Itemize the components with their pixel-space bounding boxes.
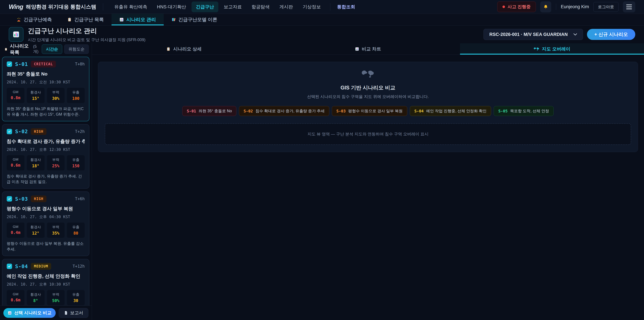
nav-item-reports[interactable]: 보고자료 — [219, 2, 246, 12]
tab-map-overlay[interactable]: 지도 오버레이 — [460, 43, 644, 55]
tab-rescue-forecast[interactable]: 긴급구난예측 — [9, 14, 60, 25]
logo: Wing — [9, 3, 23, 11]
scenario-checkbox[interactable] — [7, 61, 12, 67]
scenario-title: 침수 확대로 경사 증가, 유출량 증가 추세 — [7, 138, 85, 145]
scenario-title: 예인 작업 진행중, 선체 안정화 확인 — [7, 273, 85, 279]
page-title: 긴급구난 시나리오 관리 — [28, 26, 146, 36]
scenario-list: S-01 CRITICAL T+0h 좌현 35° 충돌로 No 2024. 1… — [0, 55, 92, 305]
chip-s05[interactable]: S-05 목포항 도착, 선체 안정 — [494, 106, 554, 116]
case-select-value: RSC-2026-001 · M/V SEA GUARDIAN — [489, 32, 568, 37]
tab-scenario-management[interactable]: 시나리오 관리 — [112, 14, 164, 25]
metric-gm: GM0.4m — [7, 222, 24, 238]
new-scenario-button[interactable]: + 신규 시나리오 — [587, 29, 635, 40]
tab-label: 긴급구난모델 이론 — [178, 17, 217, 23]
logout-button[interactable]: 로그아웃 — [593, 2, 618, 12]
books-icon — [172, 17, 176, 22]
scenario-id: S-02 — [15, 129, 28, 134]
world-map-icon — [362, 74, 374, 79]
chip-s01[interactable]: S-01 좌현 35° 충돌로 No — [182, 106, 236, 116]
metric-spill: 유출150 — [67, 155, 85, 170]
scenario-datetime: 2024. 10. 27. 오전 10:30 KST — [7, 80, 85, 85]
metric-gm: GM0.6m — [7, 155, 24, 170]
chip-s02[interactable]: S-02 침수 확대로 경사 증가, 유출량 증가 추세 — [239, 106, 329, 116]
bar-chart-icon — [12, 31, 20, 38]
incident-dot-icon — [502, 6, 505, 8]
gis-title: GIS 기반 시나리오 비교 — [105, 84, 631, 91]
sort-by-time-button[interactable]: 시간순 — [42, 45, 62, 54]
chip-id: S-01 — [187, 109, 196, 113]
incident-label: 사고 진행중 — [508, 4, 531, 10]
scenario-description: 좌현 35° 충돌로 No.1P 화물탱크 파공, 벙커C유 유출 개시. 좌현… — [7, 106, 85, 117]
check-icon — [8, 197, 11, 200]
clipboard-icon — [67, 17, 72, 22]
nav-item-board[interactable]: 게시판 — [275, 2, 297, 12]
metric-gm: GM0.6m — [7, 290, 24, 305]
bar-chart-icon — [8, 311, 12, 315]
scenario-count: (5개) — [33, 44, 40, 54]
time-offset: T+0h — [75, 62, 85, 67]
bell-icon — [543, 4, 548, 10]
sidebar-footer: 선택 시나리오 비교 보고서 — [0, 305, 92, 320]
severity-badge: CRITICAL — [31, 61, 56, 68]
chip-s04[interactable]: S-04 예인 작업 진행중, 선체 안정화 확인 — [410, 106, 491, 116]
top-nav: Wing 해양환경 위기대응 통합시스템 유출유 확산예측 HNS·대기확산 긴… — [0, 0, 644, 14]
divider — [103, 3, 103, 11]
chevron-down-icon — [574, 33, 577, 36]
scenario-card-s03[interactable]: S-03 HIGH T+6h 평형수 이동으로 경사 일부 복원 2024. 1… — [2, 191, 90, 256]
case-select-dropdown[interactable]: RSC-2026-001 · M/V SEA GUARDIAN — [484, 29, 583, 40]
nav-right: 사고 진행중 Eunjeong Kim 로그아웃 — [497, 1, 635, 13]
tab-rescue-model-theory[interactable]: 긴급구난모델 이론 — [164, 14, 225, 25]
module-tab-bar: 긴급구난예측 긴급구난 목록 시나리오 관리 긴급구난모델 이론 — [0, 14, 644, 26]
nav-item-rescue[interactable]: 긴급구난 — [192, 2, 218, 12]
nav-item-oil-spill[interactable]: 유출유 확산예측 — [110, 2, 152, 12]
scenario-id: S-04 — [15, 263, 28, 269]
metric-grid: GM0.4m 횡경사12° 부력35% 유출80 — [7, 222, 85, 238]
menu-button[interactable] — [623, 1, 635, 13]
page-icon — [9, 27, 24, 42]
scenario-title: 좌현 35° 충돌로 No — [7, 71, 85, 77]
siren-icon — [16, 17, 21, 22]
bar-chart-icon — [355, 47, 359, 51]
scenario-sidebar: 시나리오 목록 (5개) 시간순 위험도순 S-01 CRITICAL T+0h… — [0, 43, 92, 320]
main-menu: 유출유 확산예측 HNS·대기확산 긴급구난 보고자료 항공탐색 게시판 기상정… — [110, 2, 357, 12]
scenario-datetime: 2024. 10. 27. 오후 12:30 KST — [7, 147, 85, 152]
nav-item-aerial-search[interactable]: 항공탐색 — [247, 2, 274, 12]
metric-spill: 유출100 — [67, 88, 85, 103]
page-header: 긴급구난 시나리오 관리 시간 단계별 시나리오 비교·검토 및 구난 의사결정… — [0, 26, 644, 43]
scenario-card-s04[interactable]: S-04 MEDIUM T+12h 예인 작업 진행중, 선체 안정화 확인 2… — [2, 259, 90, 305]
tab-label: 시나리오 상세 — [173, 46, 202, 52]
map-placeholder-text: 지도 뷰 영역 — 구난 분석 지도와 연동하여 침수 구역 오버레이 표시 — [308, 131, 428, 137]
chip-label: 목포항 도착, 선체 안정 — [510, 108, 549, 114]
report-button[interactable]: 보고서 — [59, 308, 88, 318]
bar-chart-icon — [119, 17, 124, 22]
tab-label: 긴급구난예측 — [24, 17, 52, 23]
nav-item-hns[interactable]: HNS·대기확산 — [152, 2, 190, 12]
chip-s03[interactable]: S-03 평형수 이동으로 경사 일부 복원 — [332, 106, 407, 116]
metric-grid: GM0.6m 횡경사18° 부력25% 유출150 — [7, 155, 85, 170]
tab-rescue-list[interactable]: 긴급구난 목록 — [60, 14, 112, 25]
scenario-card-s01[interactable]: S-01 CRITICAL T+0h 좌현 35° 충돌로 No 2024. 1… — [2, 57, 90, 121]
metric-gm: GM0.8m — [7, 88, 24, 103]
page-subtitle: 시간 단계별 시나리오 비교·검토 및 구난 의사결정 지원 (SFR-009) — [28, 37, 146, 43]
brand-title: 해양환경 위기대응 통합시스템 — [26, 3, 96, 11]
sort-by-risk-button[interactable]: 위험도순 — [64, 45, 89, 54]
scenario-datetime: 2024. 10. 27. 오후 10:30 KST — [7, 282, 85, 287]
scenario-checkbox[interactable] — [7, 196, 12, 201]
scenario-id: S-01 — [15, 61, 28, 67]
compare-scenarios-button[interactable]: 선택 시나리오 비교 — [3, 308, 56, 318]
time-offset: T+2h — [75, 129, 85, 134]
scenario-checkbox[interactable] — [7, 129, 12, 134]
scenario-card-s02[interactable]: S-02 HIGH T+2h 침수 확대로 경사 증가, 유출량 증가 추세 2… — [2, 124, 90, 189]
tab-scenario-detail[interactable]: 시나리오 상세 — [92, 43, 276, 55]
tab-comparison-chart[interactable]: 비교 차트 — [276, 43, 460, 55]
scenario-id: S-03 — [15, 196, 28, 202]
world-map-icon — [534, 47, 539, 51]
tab-label: 지도 오버레이 — [542, 46, 570, 52]
nav-item-integrated-search[interactable]: 통합조회 — [336, 2, 357, 12]
metric-grid: GM0.6m 횡경사8° 부력50% 유출30 — [7, 290, 85, 305]
incident-status-badge[interactable]: 사고 진행중 — [497, 2, 536, 12]
severity-badge: MEDIUM — [31, 263, 51, 270]
notification-button[interactable] — [540, 1, 551, 13]
scenario-checkbox[interactable] — [7, 264, 12, 269]
nav-item-weather[interactable]: 기상정보 — [298, 2, 325, 12]
